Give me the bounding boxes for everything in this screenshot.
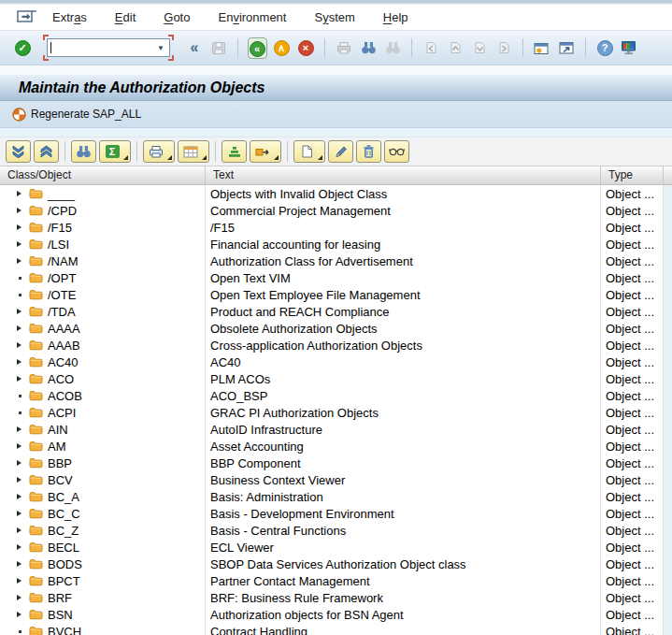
expand-arrow-icon[interactable]: [17, 342, 29, 348]
table-row-bbp[interactable]: BBPBBP ComponentObject ...: [0, 455, 672, 471]
expand-arrow-icon[interactable]: [17, 544, 29, 550]
expand-arrow-icon[interactable]: [17, 376, 29, 382]
enter-button[interactable]: ✓: [13, 37, 32, 58]
save-button[interactable]: [209, 37, 228, 58]
table-row-brf[interactable]: BRFBRF: Business Rule FrameworkObject ..…: [0, 589, 672, 606]
menu-item-environment[interactable]: Environment: [218, 10, 286, 24]
expand-arrow-icon[interactable]: [17, 309, 29, 314]
new-session-button[interactable]: ✱: [533, 37, 551, 58]
table-row-bcv[interactable]: BCVBusiness Context ViewerObject ...: [0, 471, 672, 488]
table-row-_f15[interactable]: /F15/F15Object ...: [0, 219, 672, 236]
expand-arrow-icon[interactable]: [17, 443, 29, 449]
table-row-aaaa[interactable]: AAAAObsolete Authorization ObjectsObject…: [0, 320, 672, 337]
display-button[interactable]: [384, 140, 409, 163]
table-row-acpi[interactable]: ACPIGRAC PI Authorization ObjectsObject …: [0, 404, 672, 421]
table-row-_lsi[interactable]: /LSIFinancial accounting for leasingObje…: [0, 236, 672, 253]
command-input[interactable]: ▼: [47, 38, 170, 57]
collapse-all-button[interactable]: [34, 140, 59, 163]
table-row-ain[interactable]: AINAutoID InfrastructureObject ...: [0, 421, 672, 438]
table-row-bc_z[interactable]: BC_ZBasis - Central FunctionsObject ...: [0, 522, 672, 539]
table-row-_nam[interactable]: /NAMAuthorization Class for Advertisemen…: [0, 253, 672, 269]
table-row-am[interactable]: AMAsset AccountingObject ...: [0, 438, 672, 455]
previous-page-button[interactable]: [446, 37, 465, 58]
summary-button[interactable]: Σ: [99, 140, 131, 163]
screen-title-bar: Maintain the Authorization Objects: [0, 75, 672, 101]
expand-arrow-icon[interactable]: [17, 477, 29, 483]
table-row-ac40[interactable]: AC40AC40Object ...: [0, 354, 672, 370]
expand-arrow-icon[interactable]: [17, 258, 29, 264]
expand-arrow-icon[interactable]: [17, 359, 29, 365]
dropdown-corner-icon[interactable]: [318, 155, 322, 160]
table-row-bc_c[interactable]: BC_CBasis - Development EnvironmentObjec…: [0, 505, 672, 522]
table-row-bpct[interactable]: BPCTPartner Contact ManagementObject ...: [0, 572, 672, 589]
create-button[interactable]: [293, 140, 325, 163]
menu-item-goto[interactable]: Goto: [164, 10, 190, 24]
table-row-aco[interactable]: ACOPLM ACOsObject ...: [0, 370, 672, 387]
expand-arrow-icon[interactable]: [17, 612, 29, 617]
where-used-button[interactable]: [250, 140, 281, 163]
table-row-bvch[interactable]: BVCHContract HandlingObject ...: [0, 623, 672, 635]
expand-arrow-icon[interactable]: [17, 208, 29, 213]
help-button[interactable]: ?: [595, 37, 614, 58]
next-page-button[interactable]: [470, 37, 489, 58]
find-objects-button[interactable]: [71, 140, 96, 163]
table-row-_[interactable]: ____Objects with Invalid Object ClassObj…: [0, 185, 672, 202]
last-page-button[interactable]: [494, 37, 513, 58]
menu-item-edit[interactable]: Edit: [115, 10, 136, 24]
leaf-dot-icon: [17, 277, 29, 280]
menu-item-system[interactable]: System: [314, 10, 354, 24]
expand-arrow-icon[interactable]: [17, 578, 29, 584]
expand-all-button[interactable]: [6, 140, 31, 163]
table-row-_ote[interactable]: /OTEOpen Text Employee File ManagementOb…: [0, 286, 672, 303]
expand-arrow-icon[interactable]: [17, 325, 29, 331]
exit-button[interactable]: ∧: [272, 37, 291, 58]
dropdown-corner-icon[interactable]: [274, 155, 279, 160]
dropdown-corner-icon[interactable]: [167, 155, 172, 160]
dropdown-corner-icon[interactable]: [123, 155, 128, 160]
menu-item-help[interactable]: Help: [383, 10, 408, 24]
table-row-becl[interactable]: BECLECL ViewerObject ...: [0, 539, 672, 556]
change-button[interactable]: [328, 140, 353, 163]
folder-icon: [29, 238, 43, 250]
expand-arrow-icon[interactable]: [17, 426, 29, 432]
table-row-_tda[interactable]: /TDAProduct and REACH ComplianceObject .…: [0, 303, 672, 320]
class-cell: ACO: [0, 370, 206, 387]
table-row-_cpd[interactable]: /CPDCommercial Project ManagementObject …: [0, 202, 672, 219]
expand-arrow-icon[interactable]: [17, 191, 29, 196]
expand-arrow-icon[interactable]: [17, 561, 29, 567]
system-menu-icon[interactable]: [17, 10, 37, 24]
expand-arrow-icon[interactable]: [17, 595, 29, 600]
command-dropdown-icon[interactable]: ▼: [153, 40, 168, 55]
table-view-button[interactable]: [178, 140, 209, 163]
table-body: ____Objects with Invalid Object ClassObj…: [0, 185, 672, 635]
expand-arrow-icon[interactable]: [17, 527, 29, 533]
print-list-button[interactable]: [143, 140, 175, 163]
customize-layout-button[interactable]: [620, 37, 638, 58]
sort-button[interactable]: [222, 140, 247, 163]
menu-item-extras[interactable]: Extras: [52, 10, 87, 24]
delete-button[interactable]: [356, 140, 381, 163]
expand-arrow-icon[interactable]: [17, 241, 29, 247]
cancel-button[interactable]: ×: [296, 37, 315, 58]
collapse-toolbar-button[interactable]: «: [185, 37, 204, 58]
first-page-button[interactable]: [422, 37, 440, 58]
expand-arrow-icon[interactable]: [17, 460, 29, 466]
dropdown-corner-icon[interactable]: [202, 155, 207, 160]
table-row-aaab[interactable]: AAABCross-application Authorization Obje…: [0, 337, 672, 354]
expand-arrow-icon[interactable]: [17, 494, 29, 499]
find-next-button[interactable]: [383, 37, 402, 58]
table-row-bods[interactable]: BODSSBOP Data Services Authorization Obj…: [0, 556, 672, 572]
back-button[interactable]: «: [248, 37, 266, 58]
text-cell: ACO_BSP: [206, 387, 601, 404]
table-row-bc_a[interactable]: BC_ABasis: AdministrationObject ...: [0, 488, 672, 505]
table-row-_opt[interactable]: /OPTOpen Text VIMObject ...: [0, 269, 672, 286]
table-row-acob[interactable]: ACOBACO_BSPObject ...: [0, 387, 672, 404]
expand-arrow-icon[interactable]: [17, 511, 29, 516]
print-button[interactable]: [335, 37, 353, 58]
find-button[interactable]: [359, 37, 378, 58]
text-cell: Open Text Employee File Management: [206, 286, 601, 303]
create-shortcut-button[interactable]: [557, 37, 576, 58]
regenerate-bar[interactable]: Regenerate SAP_ALL: [0, 101, 672, 128]
expand-arrow-icon[interactable]: [17, 224, 29, 230]
table-row-bsn[interactable]: BSNAuthorization objects for BSN AgentOb…: [0, 606, 672, 623]
